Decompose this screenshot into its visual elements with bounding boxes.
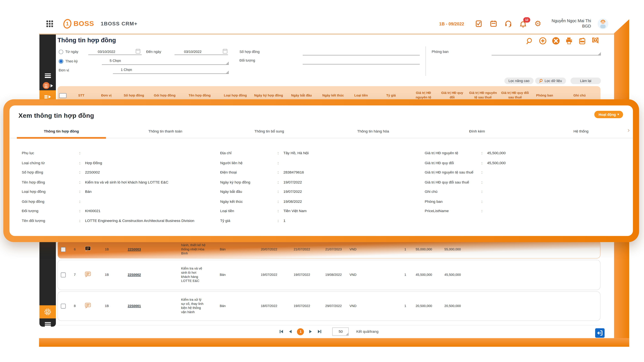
modal-fields: Phụ lục : Loại chứng từ : Hợp Đồng Số hợ…	[22, 151, 622, 223]
brand-logo[interactable]: 1 BOSS	[63, 19, 94, 28]
contract-code-link[interactable]: 22S0002	[128, 273, 141, 277]
comment-icon[interactable]	[81, 271, 95, 279]
field-colon: :	[278, 160, 284, 165]
modal-tab[interactable]: Hệ thống	[529, 124, 633, 138]
column-header[interactable]: Giá trị HĐ quy đổi	[438, 91, 466, 100]
field-colon: :	[482, 151, 487, 156]
period-select-value[interactable]: 5 Chọn	[110, 59, 121, 63]
search-icon[interactable]	[526, 37, 534, 45]
cell-gia-tri-quy-doi: 45,500,000	[438, 273, 467, 277]
column-header[interactable]: Đơn vị	[94, 93, 118, 98]
filter-data-button[interactable]: Lọc dữ liệu	[535, 77, 566, 84]
print-icon[interactable]	[565, 37, 573, 45]
sidebar-item-checklist[interactable]	[40, 321, 56, 328]
field-row: Ghi chú :	[424, 189, 622, 194]
notifications-bell-icon[interactable]: 12	[519, 20, 527, 27]
column-header[interactable]: STT	[68, 93, 94, 98]
user-info[interactable]: Nguyễn Ngọc Mai Thi BGD	[552, 18, 591, 29]
saved-filter-icon[interactable]	[591, 37, 599, 45]
last-page-button[interactable]	[318, 328, 322, 335]
table-row[interactable]: 7 1B 22S0002 Kiểm tra và vệ sinh lò hơi …	[58, 260, 600, 290]
from-date-radio[interactable]	[59, 50, 63, 54]
partner-input[interactable]	[303, 64, 420, 64]
modal-tab[interactable]: Thông tin hàng hóa	[321, 124, 425, 138]
column-header[interactable]: Ngày bắt đầu	[286, 93, 317, 98]
row-checkbox[interactable]	[61, 272, 66, 277]
department-resize-corner[interactable]	[598, 52, 601, 55]
unit-select-resize-corner[interactable]	[226, 71, 229, 73]
column-header[interactable]: Gói hợp đồng	[150, 93, 180, 98]
column-header[interactable]: Ngày ký hợp đồng	[252, 93, 286, 98]
tasks-icon[interactable]	[475, 20, 482, 27]
field-label: Giá trị HĐ quy đổi sau thuế	[424, 179, 481, 185]
status-dropdown-button[interactable]: Hoạt động▾	[594, 111, 623, 118]
field-row: Loại hợp đồng : Bán	[22, 189, 213, 194]
column-header[interactable]: Số hợp đồng	[118, 93, 150, 98]
apps-grid-icon[interactable]	[46, 20, 53, 27]
user-avatar[interactable]	[598, 18, 608, 29]
support-headset-icon[interactable]	[504, 20, 512, 27]
column-header[interactable]: Phòng ban	[531, 93, 559, 98]
field-colon: :	[278, 218, 284, 223]
to-date-calendar-icon[interactable]	[222, 48, 228, 54]
unit-label: Đơn vị	[59, 68, 69, 72]
column-header[interactable]: Tên hợp đồng	[180, 93, 220, 98]
page-size-label: Kết quả/trang	[356, 330, 378, 334]
sidebar-menu-item[interactable]	[40, 72, 56, 79]
column-header[interactable]: Ngày kết thúc	[317, 93, 349, 98]
department-input[interactable]	[492, 55, 601, 55]
table-row[interactable]: 8 1B 22S0001 Kiểm tra xử lý sự cố, thay …	[58, 291, 600, 321]
field-colon: :	[79, 170, 85, 175]
exit-button[interactable]	[595, 328, 604, 338]
calendar-icon[interactable]	[490, 20, 497, 27]
contract-no-input[interactable]	[303, 55, 420, 55]
delete-icon[interactable]	[552, 37, 560, 45]
from-date-value[interactable]: 03/10/2022	[98, 50, 115, 54]
field-row: Đối tượng : KH00021	[22, 208, 213, 214]
column-header[interactable]: Loại hợp đồng	[220, 93, 252, 98]
to-date-label: Đến ngày	[146, 50, 161, 54]
sidebar-item-1[interactable]	[40, 82, 56, 89]
export-xlsx-icon[interactable]	[578, 37, 586, 45]
modal-tab[interactable]: Đính kèm	[425, 124, 529, 138]
contract-code-link[interactable]: 22S0001	[128, 304, 141, 308]
next-page-button[interactable]	[309, 328, 313, 335]
row-checkbox[interactable]	[61, 304, 66, 309]
modal-tab[interactable]: Thông tin hợp đồng	[10, 124, 114, 138]
contract-code-link[interactable]: 22S0003	[128, 247, 141, 251]
column-header[interactable]: Ghi chú	[558, 93, 600, 98]
from-date-calendar-icon[interactable]	[136, 48, 140, 54]
comment-icon[interactable]	[81, 246, 95, 253]
field-colon: :	[278, 151, 284, 156]
column-header[interactable]: Giá trị HĐ quy đổi sau thuế	[500, 91, 531, 100]
prev-page-button[interactable]	[288, 328, 292, 335]
department-label: Phòng ban	[432, 50, 448, 54]
sidebar-item-approvals-active[interactable]	[40, 305, 56, 319]
column-header[interactable]: Loại tiền	[349, 93, 373, 98]
add-icon[interactable]	[539, 37, 546, 45]
tabs-overflow-chevron-icon[interactable]: ›	[628, 127, 630, 133]
comment-icon[interactable]	[81, 303, 95, 310]
settings-gear-icon[interactable]: ⚙	[534, 20, 542, 27]
first-page-button[interactable]	[280, 328, 284, 335]
unit-select-value[interactable]: 1 Chọn	[121, 68, 132, 72]
select-all-checkbox[interactable]	[59, 93, 66, 98]
modal-tab[interactable]: Thông tin bổ sung	[217, 124, 321, 138]
table-row[interactable]: 6 1B 22S0003 hành, thiết kế hệ thống nhi…	[58, 240, 600, 259]
field-value: 1	[284, 218, 417, 223]
period-indicator[interactable]: 1B - 09/2022	[439, 21, 464, 26]
reset-button[interactable]: Làm lại	[570, 77, 601, 84]
period-select-resize-corner[interactable]	[226, 62, 229, 64]
column-header[interactable]: Giá trị HĐ nguyên tệ sau thuế	[466, 91, 500, 100]
page-size-select[interactable]: 50	[332, 328, 349, 336]
to-date-value[interactable]: 03/10/2022	[184, 50, 202, 54]
field-colon: :	[482, 199, 487, 204]
column-header[interactable]: Tỷ giá	[373, 93, 409, 98]
checklist-icon	[44, 322, 51, 327]
column-header[interactable]: Giá trị HĐ nguyên tệ	[409, 91, 438, 100]
current-page-badge[interactable]: 1	[297, 328, 304, 335]
row-checkbox[interactable]	[61, 247, 66, 252]
period-radio[interactable]	[59, 59, 63, 63]
modal-tab[interactable]: Thông tin thanh toán	[113, 124, 217, 138]
advanced-filter-button[interactable]: Lọc nâng cao	[504, 77, 534, 84]
